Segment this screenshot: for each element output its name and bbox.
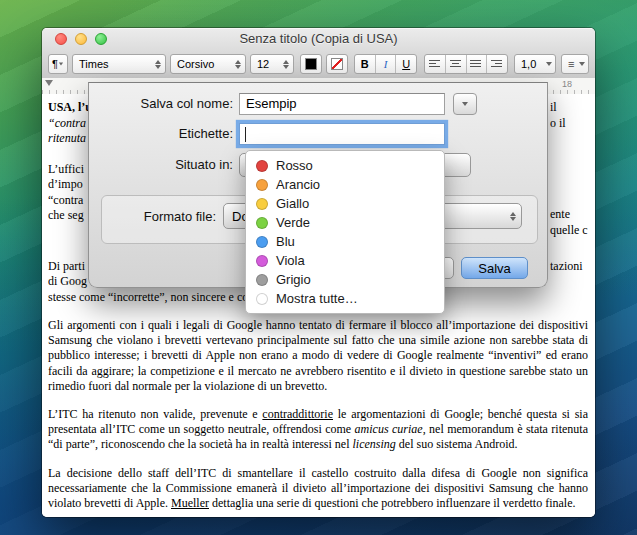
doc-text-fragment: Di parti [48, 259, 85, 274]
doc-text-fragment: che seg [48, 208, 84, 223]
tag-color-dot [256, 198, 268, 210]
tag-menu-item[interactable]: Verde [246, 213, 444, 232]
doc-text-fragment: “contra [48, 116, 86, 131]
tag-color-dot [256, 236, 268, 248]
list-icon: ≡ [568, 58, 574, 70]
paragraph: La decisione dello staff dell’ITC di sma… [48, 466, 588, 512]
inline-link[interactable]: Mueller [171, 496, 209, 510]
chevron-down-icon [59, 63, 63, 66]
window-title: Senza titolo (Copia di USA) [42, 31, 595, 46]
doc-text-fragment: “contra [48, 193, 83, 208]
align-right-button[interactable] [487, 55, 507, 73]
doc-text-fragment: di Goog [48, 274, 87, 289]
tag-menu-item-label: Blu [276, 234, 295, 249]
save-button[interactable]: Salva [461, 257, 528, 279]
tag-color-dot [256, 274, 268, 286]
doc-text-fragment: d’impo [48, 177, 83, 192]
text-color-swatch [305, 58, 317, 70]
align-center-button[interactable] [446, 55, 467, 73]
bold-button[interactable]: B [355, 55, 376, 73]
document-paragraphs: Gli argomenti con i quali i legali di Go… [48, 318, 588, 517]
pilcrow-icon: ¶ [52, 58, 58, 70]
tag-menu-item[interactable]: Giallo [246, 194, 444, 213]
format-toolbar: ¶ Times Corsivo 12 B I [42, 50, 595, 78]
alignment-segmented-control [424, 54, 508, 74]
tag-menu-item[interactable]: Viola [246, 251, 444, 270]
chevron-down-icon [579, 62, 585, 66]
tags-label: Etichette: [89, 126, 233, 141]
window-header: Senza titolo (Copia di USA) ¶ Times Cors… [42, 28, 595, 79]
tag-menu-item[interactable]: Grigio [246, 270, 444, 289]
expand-sheet-button[interactable] [453, 93, 477, 115]
background-color-well[interactable] [326, 54, 348, 74]
paragraph-text: L’ITC ha ritenuto non valide, prevenute … [48, 407, 262, 421]
tag-menu-item-label: Viola [276, 253, 305, 268]
desktop: { "window": { "title": "Senza titolo (Co… [0, 0, 637, 535]
align-justify-button[interactable] [467, 55, 488, 73]
textedit-window: Senza titolo (Copia di USA) ¶ Times Cors… [42, 28, 595, 517]
save-name-label: Salva col nome: [89, 96, 233, 111]
tag-menu-item-label: Arancio [276, 177, 320, 192]
popup-stepper-icon [508, 212, 517, 221]
paragraph-text: Gli argomenti con i quali i legali di Go… [48, 318, 588, 393]
disclosure-triangle-icon [462, 102, 468, 106]
font-size-value: 12 [257, 58, 269, 70]
titlebar[interactable]: Senza titolo (Copia di USA) [42, 28, 595, 50]
list-style-dropdown[interactable]: ≡ [561, 54, 589, 74]
stepper-icon [281, 60, 290, 69]
doc-text-fragment: o il [550, 116, 566, 131]
tag-color-dot [256, 217, 268, 229]
paragraph: Gli argomenti con i quali i legali di Go… [48, 318, 588, 394]
text-color-well[interactable] [300, 54, 322, 74]
italic-button[interactable]: I [376, 55, 397, 73]
ruler-number: 18 [562, 79, 572, 89]
save-name-value: Esempip [246, 96, 297, 111]
stepper-icon [153, 60, 162, 69]
paragraph: L’ITC ha ritenuto non valide, prevenute … [48, 407, 588, 453]
paragraph-text: del suo sistema Android. [396, 437, 518, 451]
tag-color-dot-empty [256, 293, 268, 305]
doc-text-fragment: il [550, 100, 557, 115]
chevron-down-icon [546, 62, 552, 66]
align-left-button[interactable] [425, 55, 446, 73]
location-label: Situato in: [89, 157, 233, 172]
line-spacing-dropdown[interactable]: 1,0 [514, 54, 556, 74]
paragraph-text-italic: licensing [353, 437, 396, 451]
doc-text-fragment: ente [550, 207, 570, 222]
font-size-combo[interactable]: 12 [250, 54, 294, 74]
tag-menu-item-label: Rosso [276, 158, 313, 173]
align-justify-icon [470, 59, 482, 69]
format-label: Formato file: [89, 209, 216, 224]
tag-menu-item[interactable]: Rosso [246, 156, 444, 175]
tag-menu-item-label: Giallo [276, 196, 309, 211]
tag-color-dot [256, 255, 268, 267]
tag-menu-item-label: Grigio [276, 272, 311, 287]
tag-menu-item[interactable]: Blu [246, 232, 444, 251]
paragraph-text-italic: amicus curiae [355, 422, 423, 436]
doc-text-fragment: quelle c [550, 223, 588, 238]
tag-menu-item-label: Verde [276, 215, 310, 230]
underline-button[interactable]: U [396, 55, 416, 73]
font-style-combo[interactable]: Corsivo [170, 54, 246, 74]
align-right-icon [491, 59, 503, 69]
font-family-combo[interactable]: Times [72, 54, 166, 74]
doc-text-fragment: L’uffici [48, 162, 84, 177]
ruler-margin-marker[interactable] [45, 80, 53, 86]
tags-field[interactable] [239, 123, 445, 145]
font-style-value: Corsivo [177, 58, 214, 70]
tag-suggestions-menu: Rosso Arancio Giallo Verde Blu Viola Gri… [245, 150, 445, 314]
biu-segmented-control: B I U [354, 54, 417, 74]
font-family-value: Times [79, 58, 109, 70]
tag-menu-item-label: Mostra tutte… [276, 291, 358, 306]
paragraph-styles-button[interactable]: ¶ [48, 54, 68, 74]
inline-link[interactable]: contraddittorie [262, 407, 333, 421]
tag-menu-item[interactable]: Arancio [246, 175, 444, 194]
line-spacing-value: 1,0 [521, 58, 536, 70]
align-left-icon [429, 59, 441, 69]
tag-menu-item-show-all[interactable]: Mostra tutte… [246, 289, 444, 308]
text-caret [245, 127, 246, 142]
doc-text-fragment: tazioni [550, 259, 583, 274]
save-name-field[interactable]: Esempip [239, 93, 445, 115]
doc-text-fragment: ritenuta [48, 131, 86, 146]
align-center-icon [450, 59, 462, 69]
